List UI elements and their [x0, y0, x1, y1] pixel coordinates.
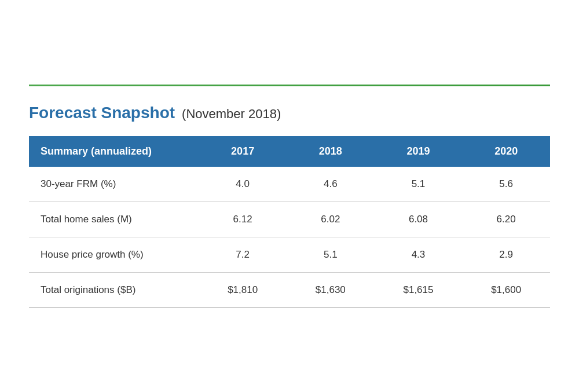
row-1-label: Total home sales (M) [29, 202, 199, 237]
page-title-main: Forecast Snapshot [29, 104, 175, 122]
row-0-label: 30-year FRM (%) [29, 167, 199, 202]
row-3-value-3: $1,600 [462, 272, 550, 307]
header-year-2018: 2018 [287, 136, 375, 167]
page-title-sub: (November 2018) [182, 107, 281, 122]
header-label-col: Summary (annualized) [29, 136, 199, 167]
row-0-value-2: 5.1 [375, 167, 463, 202]
row-0-value-0: 4.0 [199, 167, 287, 202]
top-border-line [29, 85, 550, 86]
table-header-row: Summary (annualized) 2017 2018 2019 2020 [29, 136, 550, 167]
header-year-2019: 2019 [375, 136, 463, 167]
row-1-value-2: 6.08 [375, 202, 463, 237]
row-3-value-2: $1,615 [375, 272, 463, 307]
row-1-value-3: 6.20 [462, 202, 550, 237]
table-row: 30-year FRM (%)4.04.65.15.6 [29, 167, 550, 202]
row-2-value-2: 4.3 [375, 237, 463, 272]
header-year-2020: 2020 [462, 136, 550, 167]
row-0-value-1: 4.6 [287, 167, 375, 202]
table-row: Total originations ($B)$1,810$1,630$1,61… [29, 272, 550, 307]
table-row: House price growth (%)7.25.14.32.9 [29, 237, 550, 272]
row-3-value-1: $1,630 [287, 272, 375, 307]
row-2-label: House price growth (%) [29, 237, 199, 272]
row-3-value-0: $1,810 [199, 272, 287, 307]
forecast-table: Summary (annualized) 2017 2018 2019 2020… [29, 136, 550, 308]
row-2-value-3: 2.9 [462, 237, 550, 272]
row-1-value-1: 6.02 [287, 202, 375, 237]
row-1-value-0: 6.12 [199, 202, 287, 237]
row-2-value-0: 7.2 [199, 237, 287, 272]
row-3-label: Total originations ($B) [29, 272, 199, 307]
row-2-value-1: 5.1 [287, 237, 375, 272]
header-year-2017: 2017 [199, 136, 287, 167]
row-0-value-3: 5.6 [462, 167, 550, 202]
table-row: Total home sales (M)6.126.026.086.20 [29, 202, 550, 237]
title-row: Forecast Snapshot (November 2018) [29, 104, 550, 122]
page-container: Forecast Snapshot (November 2018) Summar… [29, 73, 550, 320]
